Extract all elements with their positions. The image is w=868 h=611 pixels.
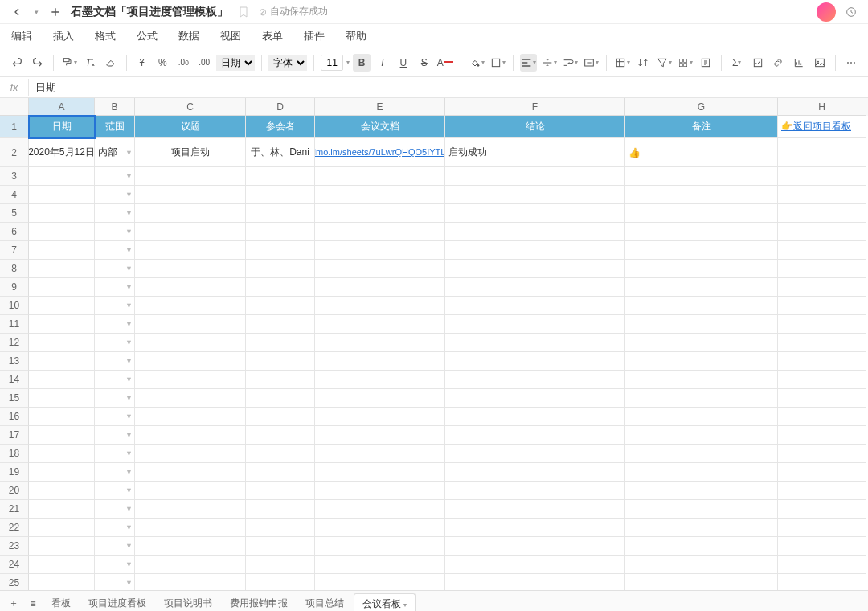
dropdown-icon[interactable]: ▼ [125,283,133,291]
cell-D14[interactable] [246,371,315,389]
cell-F12[interactable] [445,334,625,352]
cell-C24[interactable] [135,556,246,574]
dropdown-icon[interactable]: ▼ [125,412,133,420]
cell-E20[interactable] [315,482,445,500]
cell-E17[interactable] [315,426,445,445]
bookmark-icon[interactable] [235,3,252,21]
dropdown-icon[interactable]: ▼ [125,191,133,199]
menu-data[interactable]: 数据 [175,27,203,45]
cell-C11[interactable] [135,315,246,334]
cell-H13[interactable] [778,352,866,371]
cell-A7[interactable] [29,241,95,260]
row-header-20[interactable]: 20 [0,482,29,500]
cell-G8[interactable] [625,260,778,278]
dropdown-icon[interactable]: ▼ [125,264,133,273]
wrap-button[interactable]: ▾ [561,54,579,72]
cell-D16[interactable] [246,408,315,426]
row-header-7[interactable]: 7 [0,241,29,260]
cell-B24[interactable]: ▼ [95,556,135,574]
paint-button[interactable]: ▾ [60,54,78,72]
cell-G7[interactable] [625,241,778,260]
menu-help[interactable]: 帮助 [342,27,370,45]
cell-B9[interactable]: ▼ [95,278,135,297]
col-header-F[interactable]: F [445,98,625,116]
dropdown-icon[interactable]: ▼ [125,505,133,513]
cell-B10[interactable]: ▼ [95,297,135,315]
menu-formula[interactable]: 公式 [133,27,161,45]
cell-C23[interactable] [135,537,246,556]
back-button[interactable] [8,3,26,21]
cell-B2[interactable]: 内部▼ [95,138,135,167]
cell-F4[interactable] [445,186,625,204]
row-header-22[interactable]: 22 [0,519,29,537]
cell-F5[interactable] [445,204,625,223]
cell-D3[interactable] [246,167,315,186]
row-header-23[interactable]: 23 [0,537,29,556]
cell-F8[interactable] [445,260,625,278]
cell-G10[interactable] [625,297,778,315]
cell-E1[interactable]: 会议文档 [315,116,445,138]
cell-G23[interactable] [625,537,778,556]
cell-B5[interactable]: ▼ [95,204,135,223]
number-format-select[interactable]: 日期 [216,55,255,71]
cell-A11[interactable] [29,315,95,334]
cell-F7[interactable] [445,241,625,260]
cell-E4[interactable] [315,186,445,204]
dropdown-icon[interactable]: ▼ [125,486,133,494]
cell-G18[interactable] [625,445,778,463]
cell-A5[interactable] [29,204,95,223]
dropdown-icon[interactable]: ▼ [125,468,133,476]
cell-G5[interactable] [625,204,778,223]
cell-H3[interactable] [778,167,866,186]
cell-A12[interactable] [29,334,95,352]
cell-G16[interactable] [625,408,778,426]
cell-C21[interactable] [135,500,246,519]
cell-E9[interactable] [315,278,445,297]
row-header-9[interactable]: 9 [0,278,29,297]
cell-A17[interactable] [29,426,95,445]
cell-B22[interactable]: ▼ [95,519,135,537]
cell-G20[interactable] [625,482,778,500]
cell-E3[interactable] [315,167,445,186]
cell-A16[interactable] [29,408,95,426]
border-button[interactable]: ▾ [489,54,506,72]
cell-D11[interactable] [246,315,315,334]
currency-button[interactable]: ¥ [133,54,151,72]
cell-E14[interactable] [315,371,445,389]
cell-D12[interactable] [246,334,315,352]
row-header-3[interactable]: 3 [0,167,29,186]
cell-B13[interactable]: ▼ [95,352,135,371]
cell-E18[interactable] [315,445,445,463]
bold-button[interactable]: B [353,54,371,72]
history-icon[interactable] [842,3,860,21]
image-button[interactable] [811,54,829,72]
cell-G1[interactable]: 备注 [625,116,778,138]
cell-D20[interactable] [246,482,315,500]
cell-C20[interactable] [135,482,246,500]
valign-button[interactable]: ▾ [540,54,558,72]
cell-H12[interactable] [778,334,866,352]
italic-button[interactable]: I [374,54,391,72]
row-header-10[interactable]: 10 [0,297,29,315]
cell-F9[interactable] [445,278,625,297]
cell-H9[interactable] [778,278,866,297]
cell-B19[interactable]: ▼ [95,463,135,482]
cell-A9[interactable] [29,278,95,297]
row-header-16[interactable]: 16 [0,408,29,426]
cell-B17[interactable]: ▼ [95,426,135,445]
tab-kanban[interactable]: 󠀠󠀠看板 [43,593,79,611]
avatar[interactable] [817,2,836,22]
cell-F25[interactable] [445,574,625,590]
row-header-4[interactable]: 4 [0,186,29,204]
col-header-A[interactable]: A [29,98,95,116]
cell-G6[interactable] [625,223,778,241]
cell-G19[interactable] [625,463,778,482]
cell-H22[interactable] [778,519,866,537]
dropdown-icon[interactable]: ▼ [125,357,133,365]
add-sheet-button[interactable]: ＋ [5,595,23,612]
cell-D18[interactable] [246,445,315,463]
cell-H10[interactable] [778,297,866,315]
cell-C12[interactable] [135,334,246,352]
new-button[interactable] [47,3,64,21]
merge-button[interactable]: ▾ [582,54,600,72]
